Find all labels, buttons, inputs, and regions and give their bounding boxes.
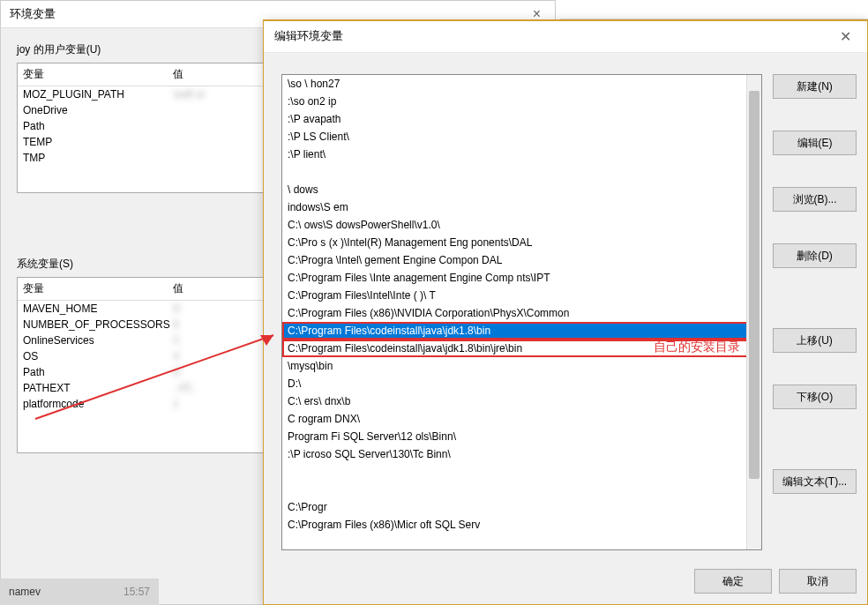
col-header-name: 变量 [23, 67, 173, 82]
list-item[interactable]: C rogram DNX\ [282, 410, 761, 428]
taskbar-item[interactable]: namev 15:57 [0, 579, 159, 605]
taskbar-app-name: namev [9, 586, 41, 598]
list-item[interactable]: C:\ ows\S dowsPowerShell\v1.0\ [282, 216, 761, 234]
scrollbar-thumb[interactable] [749, 91, 760, 479]
list-item[interactable]: indows\S em [282, 198, 761, 216]
list-item[interactable]: \so \ hon27 [282, 75, 761, 93]
col-header-name: 变量 [23, 281, 173, 296]
list-item[interactable]: C:\ ers\ dnx\b [282, 392, 761, 410]
list-item[interactable] [282, 163, 761, 181]
list-item[interactable]: C:\Program Files (x86)\Micr oft SQL Serv [282, 516, 761, 534]
browse-button[interactable]: 浏览(B)... [773, 187, 857, 212]
path-list[interactable]: \so \ hon27 :\so on2 ip :\P avapath :\P … [281, 74, 762, 550]
list-item[interactable]: C:\Pro s (x )\Intel(R) Management Eng po… [282, 234, 761, 251]
list-item[interactable]: :\P LS Client\ [282, 128, 761, 146]
taskbar-time: 15:57 [123, 586, 150, 598]
new-button[interactable]: 新建(N) [773, 74, 857, 99]
edit-env-var-dialog: 编辑环境变量 ✕ \so \ hon27 :\so on2 ip :\P ava… [263, 19, 868, 605]
dialog1-title-text: 环境变量 [10, 6, 56, 22]
list-item[interactable]: \mysq\bin [282, 357, 761, 375]
list-item[interactable]: :\P icroso SQL Server\130\Tc Binn\ [282, 445, 761, 463]
list-item[interactable]: D:\ [282, 375, 761, 392]
list-item[interactable]: :\so on2 ip [282, 93, 761, 110]
list-item[interactable] [282, 463, 761, 481]
list-item[interactable]: C:\Program Files\codeinstall\java\jdk1.8… [282, 322, 761, 340]
list-item[interactable]: :\P avapath [282, 110, 761, 128]
move-down-button[interactable]: 下移(O) [773, 385, 857, 409]
edit-button[interactable]: 编辑(E) [773, 131, 857, 155]
dialog2-title-text: 编辑环境变量 [274, 28, 343, 45]
dialog-bottom-buttons: 确定 取消 [694, 569, 857, 594]
move-up-button[interactable]: 上移(U) [773, 328, 857, 353]
delete-button[interactable]: 删除(D) [773, 243, 857, 268]
cancel-button[interactable]: 取消 [779, 569, 857, 594]
list-item[interactable]: C:\Program Files \Inte anagement Engine … [282, 269, 761, 287]
list-item[interactable]: Program Fi SQL Server\12 ols\Binn\ [282, 428, 761, 445]
list-item[interactable]: :\P lient\ [282, 146, 761, 163]
list-item[interactable] [282, 481, 761, 498]
edit-text-button[interactable]: 编辑文本(T)... [773, 469, 857, 494]
list-item[interactable]: \ dows [282, 181, 761, 198]
list-item[interactable]: C:\Program Files\Intel\Inte ( )\ T [282, 287, 761, 304]
list-item[interactable]: C:\Progra \Intel\ gement Engine Compon D… [282, 251, 761, 269]
list-item[interactable]: C:\Progr [282, 498, 761, 516]
ok-button[interactable]: 确定 [694, 569, 772, 594]
list-item[interactable]: C:\Program Files\codeinstall\java\jdk1.8… [282, 340, 761, 357]
close-icon[interactable]: ✕ [834, 28, 857, 45]
list-item[interactable]: C:\Program Files (x86)\NVIDIA Corporatio… [282, 304, 761, 322]
scrollbar[interactable] [746, 75, 761, 549]
background-fragment [560, 0, 868, 19]
annotation-text: 自己的安装目录 [654, 340, 740, 354]
dialog2-titlebar: 编辑环境变量 ✕ [264, 21, 867, 53]
button-column: 新建(N) 编辑(E) 浏览(B)... 删除(D) 上移(U) 下移(O) 编… [773, 74, 857, 494]
